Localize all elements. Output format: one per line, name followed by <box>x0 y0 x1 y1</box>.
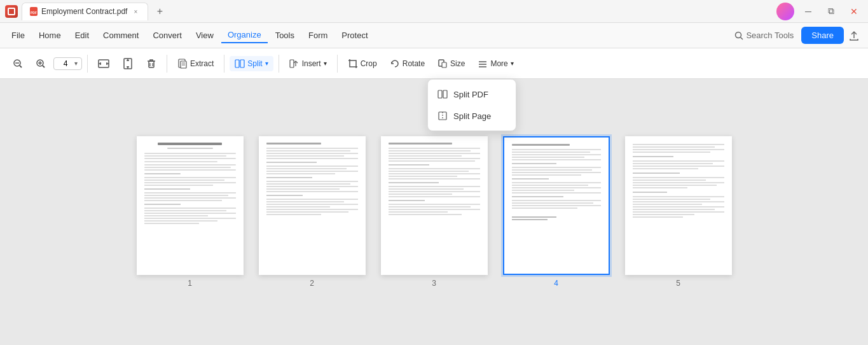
app-icon-inner <box>8 8 15 15</box>
zoom-in-button[interactable] <box>31 56 51 71</box>
zoom-in-icon <box>36 59 46 69</box>
extract-button[interactable]: Extract <box>172 56 219 71</box>
zoom-selector[interactable]: 4 ▾ <box>53 57 82 70</box>
svg-rect-29 <box>235 60 239 67</box>
tab-close-button[interactable]: × <box>131 7 140 16</box>
page-wrapper-5: 5 <box>625 136 732 288</box>
search-icon <box>734 31 743 40</box>
menu-home[interactable]: Home <box>32 28 67 43</box>
search-tools-button[interactable]: Search Tools <box>728 28 800 43</box>
title-bar-left: PDF Employment Contract.pdf × + <box>5 3 167 20</box>
title-bar-controls: ─ ⧉ ✕ <box>776 3 863 20</box>
page-wrapper-1: 1 <box>137 136 244 288</box>
fit-page-button[interactable] <box>117 55 139 72</box>
svg-line-3 <box>741 37 743 39</box>
tab-title: Employment Contract.pdf <box>41 7 127 16</box>
divider-1 <box>87 55 88 73</box>
zoom-dropdown-arrow: ▾ <box>74 60 78 67</box>
extract-label: Extract <box>190 59 214 68</box>
menu-form[interactable]: Form <box>302 28 334 43</box>
trash-icon <box>146 59 156 69</box>
page-num-3: 3 <box>432 279 436 288</box>
page-thumb-4[interactable] <box>503 136 610 275</box>
fit-page-icon <box>122 58 134 69</box>
page-num-5: 5 <box>676 279 680 288</box>
restore-button[interactable]: ⧉ <box>822 3 840 20</box>
split-button[interactable]: Split ▾ <box>230 56 273 71</box>
avatar[interactable] <box>776 3 794 20</box>
menu-edit[interactable]: Edit <box>69 28 95 43</box>
extract-icon <box>177 59 188 69</box>
divider-3 <box>224 55 224 73</box>
fit-width-icon <box>98 58 109 69</box>
pdf-file-icon: PDF <box>30 7 38 16</box>
minimize-button[interactable]: ─ <box>799 3 817 20</box>
page-wrapper-2: 2 <box>259 136 366 288</box>
split-pdf-label: Split PDF <box>453 90 488 99</box>
zoom-input[interactable]: 4 <box>58 59 73 68</box>
page-num-1: 1 <box>188 279 192 288</box>
svg-rect-34 <box>442 62 446 67</box>
app-icon <box>5 5 18 18</box>
insert-button[interactable]: Insert ▾ <box>284 56 332 71</box>
menu-bar: File Home Edit Comment Convert View Orga… <box>0 23 868 48</box>
page-wrapper-4: 4 <box>503 136 610 288</box>
split-page-icon <box>437 110 448 122</box>
search-tools-label: Search Tools <box>746 31 794 40</box>
rotate-label: Rotate <box>403 59 425 68</box>
tab[interactable]: PDF Employment Contract.pdf × <box>22 3 148 20</box>
close-button[interactable]: ✕ <box>845 3 863 20</box>
split-page-item[interactable]: Split Page <box>428 105 516 127</box>
menu-protect[interactable]: Protect <box>335 28 374 43</box>
toolbar: 4 ▾ <box>0 48 868 79</box>
menu-view[interactable]: View <box>189 28 220 43</box>
size-button[interactable]: Size <box>432 56 470 71</box>
svg-line-11 <box>43 66 45 67</box>
split-dropdown-menu: Split PDF Split Page <box>427 79 516 131</box>
insert-dropdown-arrow: ▾ <box>324 60 327 67</box>
svg-rect-38 <box>438 90 442 98</box>
page-wrapper-3: 3 <box>381 136 488 288</box>
share-button[interactable]: Share <box>801 27 844 44</box>
page-thumb-3[interactable] <box>381 136 488 275</box>
menu-tools[interactable]: Tools <box>269 28 301 43</box>
split-label: Split <box>247 59 262 68</box>
page-thumb-5[interactable] <box>625 136 732 275</box>
size-label: Size <box>450 59 465 68</box>
crop-label: Crop <box>361 59 377 68</box>
menu-organize[interactable]: Organize <box>221 27 268 43</box>
page-thumb-1[interactable] <box>137 136 244 275</box>
svg-line-7 <box>20 66 22 67</box>
more-button[interactable]: More ▾ <box>472 56 518 71</box>
menu-file[interactable]: File <box>5 28 31 43</box>
new-tab-button[interactable]: + <box>152 4 167 19</box>
divider-5 <box>337 55 338 73</box>
svg-rect-30 <box>240 60 244 67</box>
menu-comment[interactable]: Comment <box>97 28 145 43</box>
svg-point-2 <box>736 32 741 38</box>
zoom-out-icon <box>13 59 23 69</box>
insert-label: Insert <box>302 59 321 68</box>
page-num-4: 4 <box>554 279 558 288</box>
insert-icon <box>289 59 300 69</box>
split-pdf-item[interactable]: Split PDF <box>428 83 516 105</box>
size-icon <box>437 59 448 69</box>
fit-width-button[interactable] <box>93 55 114 72</box>
more-icon <box>478 59 488 69</box>
crop-button[interactable]: Crop <box>343 56 382 71</box>
svg-text:PDF: PDF <box>31 11 37 15</box>
title-bar: PDF Employment Contract.pdf × + ─ ⧉ ✕ <box>0 0 868 23</box>
split-icon <box>235 59 245 69</box>
crop-icon <box>348 59 358 69</box>
delete-button[interactable] <box>141 56 162 71</box>
zoom-out-button[interactable] <box>8 56 28 71</box>
upload-button[interactable] <box>845 27 863 45</box>
divider-2 <box>167 55 167 73</box>
menu-convert[interactable]: Convert <box>146 28 188 43</box>
page-thumb-2[interactable] <box>259 136 366 275</box>
divider-4 <box>279 55 279 73</box>
more-dropdown-arrow: ▾ <box>511 60 514 67</box>
split-pdf-icon <box>437 88 448 100</box>
rotate-button[interactable]: Rotate <box>385 56 430 71</box>
split-dropdown-arrow: ▾ <box>265 60 268 67</box>
